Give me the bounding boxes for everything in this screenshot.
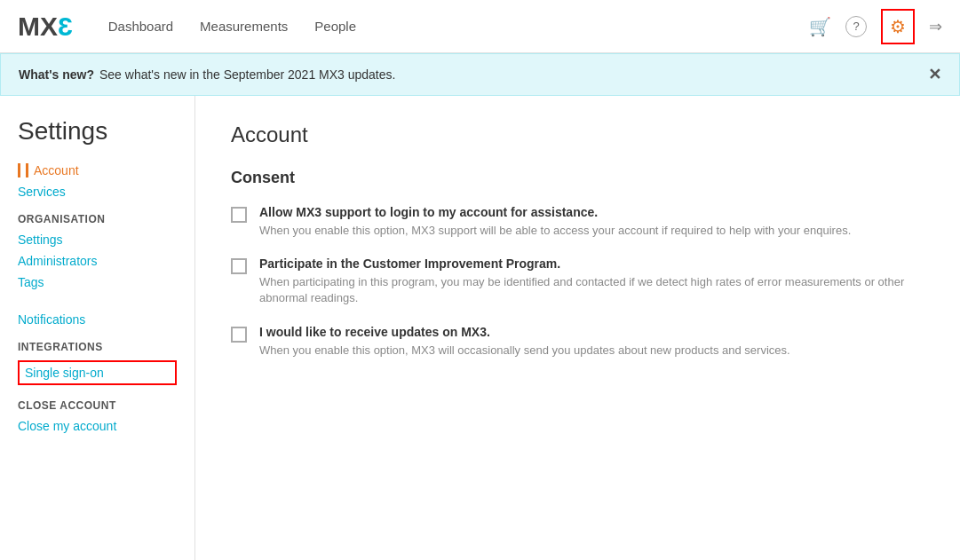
- consent-item-1: Allow MX3 support to login to my account…: [231, 205, 924, 239]
- settings-icon-box[interactable]: ⚙: [881, 9, 915, 44]
- help-icon[interactable]: ?: [845, 16, 867, 37]
- consent-checkbox-1[interactable]: [231, 207, 247, 223]
- logo: MX3: [18, 12, 73, 42]
- sidebar-section-close-account: CLOSE ACCOUNT: [18, 399, 177, 412]
- page-layout: Settings Account Services ORGANISATION S…: [0, 96, 960, 560]
- sidebar-item-services[interactable]: Services: [18, 185, 177, 199]
- sidebar-item-sso[interactable]: Single sign-on: [18, 360, 177, 385]
- nav-icons: 🛒 ? ⚙ ⇒: [809, 9, 942, 44]
- sidebar-item-account-label: Account: [26, 163, 79, 177]
- banner-bold: What's new?: [19, 67, 94, 82]
- sidebar-item-close-account[interactable]: Close my account: [18, 419, 177, 433]
- consent-title: Consent: [231, 169, 924, 187]
- sidebar: Settings Account Services ORGANISATION S…: [0, 96, 195, 560]
- consent-desc-1: When you enable this option, MX3 support…: [259, 223, 851, 239]
- consent-checkbox-2[interactable]: [231, 258, 247, 274]
- consent-label-2: Participate in the Customer Improvement …: [259, 256, 924, 271]
- sidebar-section-integrations: INTEGRATIONS: [18, 341, 177, 353]
- consent-label-1: Allow MX3 support to login to my account…: [259, 205, 851, 219]
- banner-text: See what's new in the September 2021 MX3…: [99, 67, 395, 82]
- consent-checkbox-3[interactable]: [231, 327, 247, 343]
- nav-links: Dashboard Measurements People: [108, 19, 809, 34]
- sidebar-item-settings[interactable]: Settings: [18, 233, 177, 247]
- nav-measurements[interactable]: Measurements: [200, 19, 288, 34]
- consent-label-3: I would like to receive updates on MX3.: [259, 325, 790, 339]
- whats-new-banner: What's new? See what's new in the Septem…: [0, 53, 960, 96]
- consent-desc-2: When participating in this program, you …: [259, 274, 924, 306]
- page-title: Settings: [18, 117, 177, 146]
- consent-item-3: I would like to receive updates on MX3. …: [231, 325, 924, 359]
- sidebar-item-administrators[interactable]: Administrators: [18, 254, 177, 268]
- gear-icon: ⚙: [890, 16, 906, 37]
- sidebar-section-organisation: ORGANISATION: [18, 213, 177, 225]
- sidebar-item-account[interactable]: Account: [18, 163, 177, 177]
- consent-desc-3: When you enable this option, MX3 will oc…: [259, 343, 790, 359]
- banner-close-button[interactable]: ✕: [928, 65, 941, 84]
- sidebar-item-notifications[interactable]: Notifications: [18, 312, 177, 327]
- logout-icon[interactable]: ⇒: [929, 17, 942, 36]
- cart-icon[interactable]: 🛒: [809, 16, 831, 37]
- sidebar-item-tags[interactable]: Tags: [18, 275, 177, 289]
- nav-people[interactable]: People: [314, 19, 356, 34]
- main-content: Account Consent Allow MX3 support to log…: [195, 96, 960, 560]
- account-section-title: Account: [231, 122, 924, 147]
- nav-dashboard[interactable]: Dashboard: [108, 19, 173, 34]
- top-navigation: MX3 Dashboard Measurements People 🛒 ? ⚙ …: [0, 0, 960, 53]
- consent-item-2: Participate in the Customer Improvement …: [231, 256, 924, 306]
